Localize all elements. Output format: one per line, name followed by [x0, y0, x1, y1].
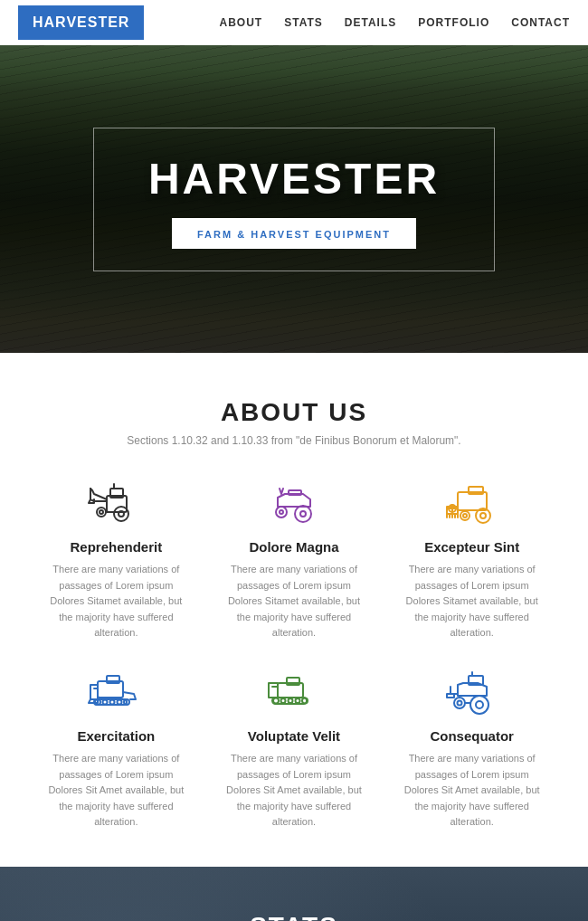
feature-item: Excepteur Sint There are many variations…	[392, 479, 552, 641]
svg-point-43	[280, 698, 285, 703]
tractor2-icon	[265, 479, 323, 530]
svg-rect-54	[447, 694, 454, 698]
feature-name: Exercitation	[77, 728, 155, 744]
svg-point-12	[280, 510, 283, 514]
stats-section: STATS 85 Power 95	[0, 867, 588, 921]
svg-point-34	[103, 699, 108, 704]
svg-point-50	[476, 701, 483, 708]
hero-title: HARVESTER	[148, 154, 440, 204]
hero-border-box: HARVESTER FARM & HARVEST EQUIPMENT	[93, 128, 495, 271]
feature-name: Reprehenderit	[70, 539, 162, 555]
svg-point-28	[463, 514, 467, 517]
nav-portfolio[interactable]: PORTFOLIO	[418, 16, 489, 29]
tractor1-icon	[87, 479, 145, 530]
feature-item: Dolore Magna There are many variations o…	[214, 479, 375, 641]
main-nav: ABOUT STATS DETAILS PORTFOLIO CONTACT	[220, 16, 570, 29]
bulldozer1-icon	[87, 669, 145, 719]
svg-point-27	[460, 511, 469, 520]
site-header: HARVESTER ABOUT STATS DETAILS PORTFOLIO …	[0, 0, 588, 45]
feature-item: Reprehenderit There are many variations …	[36, 479, 196, 641]
svg-point-45	[295, 698, 299, 703]
svg-point-42	[273, 698, 279, 703]
svg-point-10	[300, 511, 306, 517]
svg-point-5	[97, 508, 106, 517]
svg-point-51	[454, 698, 465, 708]
nav-contact[interactable]: CONTACT	[511, 16, 570, 29]
about-subtitle: Sections 1.10.32 and 1.10.33 from "de Fi…	[36, 434, 552, 447]
nav-stats[interactable]: STATS	[284, 16, 323, 29]
feature-desc: There are many variations of passages of…	[222, 562, 366, 641]
feature-desc: There are many variations of passages of…	[400, 562, 545, 641]
feature-item: Voluptate Velit There are many variation…	[214, 669, 375, 831]
feature-item: Consequator There are many variations of…	[392, 669, 552, 831]
feature-desc: There are many variations of passages of…	[43, 751, 188, 831]
about-title: ABOUT US	[36, 398, 552, 427]
svg-point-36	[118, 699, 122, 704]
feature-name: Dolore Magna	[249, 539, 338, 555]
features-grid: Reprehenderit There are many variations …	[36, 479, 552, 831]
svg-point-3	[114, 507, 128, 521]
hero-subtitle: FARM & HARVEST EQUIPMENT	[197, 229, 391, 240]
bulldozer2-icon	[265, 669, 323, 719]
hero-subtitle-box: FARM & HARVEST EQUIPMENT	[172, 218, 416, 249]
svg-point-9	[295, 506, 311, 522]
svg-point-46	[302, 698, 308, 703]
svg-point-49	[470, 696, 488, 714]
feature-desc: There are many variations of passages of…	[43, 562, 188, 641]
feature-name: Voluptate Velit	[248, 728, 340, 744]
svg-point-52	[457, 700, 461, 705]
tractor3-icon	[443, 669, 501, 719]
hero-content: HARVESTER FARM & HARVEST EQUIPMENT	[93, 128, 495, 271]
harvester1-icon	[443, 479, 501, 530]
svg-point-11	[276, 507, 287, 517]
nav-details[interactable]: DETAILS	[345, 16, 396, 29]
svg-rect-8	[289, 490, 301, 495]
svg-point-4	[119, 511, 124, 517]
svg-point-26	[480, 513, 486, 518]
hero-section: HARVESTER FARM & HARVEST EQUIPMENT	[0, 45, 588, 353]
svg-point-6	[100, 510, 103, 514]
feature-desc: There are many variations of passages of…	[400, 751, 545, 831]
feature-name: Consequator	[430, 728, 514, 744]
nav-about[interactable]: ABOUT	[220, 16, 263, 29]
about-section: ABOUT US Sections 1.10.32 and 1.10.33 fr…	[0, 353, 588, 867]
logo: HARVESTER	[18, 5, 144, 40]
stats-title: STATS	[36, 912, 552, 921]
feature-desc: There are many variations of passages of…	[222, 751, 366, 831]
svg-point-35	[110, 699, 115, 704]
feature-name: Excepteur Sint	[424, 539, 519, 555]
svg-point-44	[288, 698, 292, 703]
feature-item: Exercitation There are many variations o…	[36, 669, 196, 831]
